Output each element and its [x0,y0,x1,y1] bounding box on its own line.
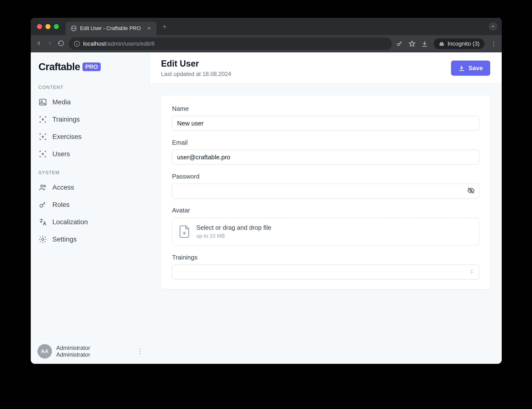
reload-button[interactable] [58,40,64,47]
localization-icon [38,218,47,226]
forward-button[interactable] [47,40,53,47]
logo[interactable]: Craftable PRO [31,52,149,79]
password-key-icon[interactable] [396,40,403,47]
bookmark-star-icon[interactable] [409,40,415,47]
svg-point-8 [42,153,44,155]
avatar-label: Avatar [172,207,479,214]
sidebar-item-label: Localization [52,218,88,226]
logo-badge: PRO [83,63,101,71]
scan-icon [38,150,47,158]
footer-name-2: Administrator [56,351,90,358]
svg-point-2 [440,44,441,46]
trainings-label: Trainings [172,254,479,261]
svg-marker-1 [409,41,415,46]
sidebar-item-trainings[interactable]: Trainings [31,111,149,128]
footer-name-1: Administrator [56,344,90,351]
page-subtitle: Last updated at 18.08.2024 [161,71,231,77]
page-title: Edit User [161,59,231,69]
sidebar-item-label: Access [52,184,74,191]
sidebar-item-label: Settings [52,235,77,243]
download-icon [458,65,465,71]
avatar-dropzone[interactable]: Select or drag and drop file up to 10 MB [172,217,479,246]
svg-point-3 [442,44,444,46]
file-plus-icon [179,225,190,238]
email-input[interactable] [172,150,479,165]
globe-icon [71,26,77,31]
incognito-label: Incognito (3) [448,40,480,47]
download-icon[interactable] [421,40,428,47]
avatar[interactable]: AA [37,344,52,359]
tab-title: Edit User - Craftable PRO [80,25,141,31]
sidebar-item-label: Users [52,150,70,158]
svg-point-12 [42,238,44,241]
form-card: Name Email Password [161,95,490,289]
name-label: Name [172,105,479,112]
sidebar-item-settings[interactable]: Settings [31,231,149,248]
url-path: /admin/users/edit/6 [106,40,155,47]
sidebar-item-label: Roles [52,201,70,209]
sidebar-item-label: Media [52,98,71,106]
site-info-icon[interactable]: i [74,41,80,46]
window-close-button[interactable] [37,24,42,29]
traffic-lights [37,24,59,29]
password-input[interactable] [172,184,479,198]
url-bar[interactable]: i localhost/admin/users/edit/6 [69,37,392,50]
scan-icon [38,115,47,124]
browser-tab[interactable]: Edit User - Craftable PRO ✕ [66,22,156,35]
key-icon [38,200,47,209]
incognito-icon [439,41,445,47]
window-maximize-button[interactable] [54,24,59,29]
toggle-password-visibility-button[interactable] [467,187,475,195]
sidebar-item-exercises[interactable]: Exercises [31,128,149,145]
sidebar-item-roles[interactable]: Roles [31,196,149,214]
dropzone-subtext: up to 10 MB [196,233,271,239]
sidebar-item-access[interactable]: Access [31,179,149,196]
logo-text: Craftable [38,61,80,73]
new-tab-button[interactable]: ＋ [161,22,168,31]
main: Edit User Last updated at 18.08.2024 Sav… [149,52,502,364]
svg-point-10 [44,185,46,187]
svg-point-6 [42,119,44,120]
name-input[interactable] [172,116,479,131]
url-host: localhost [83,40,106,47]
browser-toolbar: i localhost/admin/users/edit/6 Incognito… [31,35,502,52]
svg-point-9 [41,185,43,187]
sidebar-item-label: Exercises [52,133,82,140]
chevron-up-down-icon [469,269,474,276]
svg-point-5 [41,101,42,102]
email-label: Email [172,139,479,146]
scan-icon [38,132,47,141]
sidebar-item-media[interactable]: Media [31,93,149,111]
eye-off-icon [467,187,475,195]
svg-point-7 [42,136,44,138]
sidebar-item-users[interactable]: Users [31,145,149,163]
users-icon [38,183,47,192]
close-tab-button[interactable]: ✕ [147,26,151,31]
incognito-indicator[interactable]: Incognito (3) [434,38,485,49]
window-minimize-button[interactable] [46,24,50,29]
back-button[interactable] [36,40,42,47]
save-button[interactable]: Save [451,61,490,76]
sidebar-footer: AA Administrator Administrator ⋮ [31,339,149,364]
browser-menu-button[interactable]: ⋯ [490,40,497,47]
dropzone-text: Select or drag and drop file [196,224,271,232]
sidebar-item-label: Trainings [52,116,80,123]
sidebar: Craftable PRO CONTENT Media Trainings Ex… [31,52,149,364]
nav-heading-content: CONTENT [31,81,149,93]
nav-heading-system: SYSTEM [31,167,149,179]
sidebar-item-localization[interactable]: Localization [31,214,149,231]
password-label: Password [172,173,479,180]
save-button-label: Save [468,65,483,72]
trainings-select[interactable] [172,265,479,279]
browser-tab-bar: Edit User - Craftable PRO ✕ ＋ [31,18,502,35]
gear-icon [38,235,47,244]
page-header: Edit User Last updated at 18.08.2024 Sav… [149,52,502,84]
user-menu-button[interactable]: ⋮ [137,348,143,355]
image-icon [38,98,47,106]
tab-list-button[interactable] [489,22,497,31]
